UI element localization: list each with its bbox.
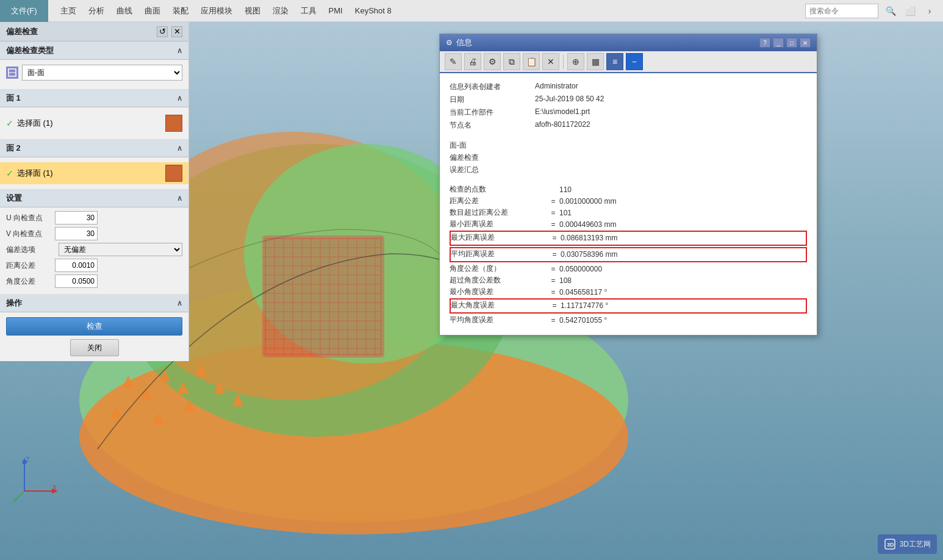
- menu-right: 🔍 ⬜ ›: [805, 4, 943, 18]
- dialog-restore-btn[interactable]: □: [786, 38, 797, 48]
- section-ops-label: 操作: [6, 298, 22, 309]
- date-value: 25-Jul-2019 08 50 42: [535, 95, 604, 105]
- dialog-content: 信息列表创建者 Administrator 日期 25-Jul-2019 08 …: [440, 73, 817, 335]
- menu-keyshot[interactable]: KeyShot 8: [355, 0, 392, 22]
- section-ops-chevron[interactable]: ∧: [177, 299, 182, 307]
- angle-tol-label: 角度公差: [6, 276, 55, 287]
- max-angle-highlighted-row: 最大角度误差 = 1.117174776 °: [450, 298, 807, 314]
- exceed-angle-label: 超过角度公差数: [450, 275, 547, 285]
- face2-icon[interactable]: [165, 165, 182, 182]
- toolbar-settings-btn[interactable]: ⚙: [484, 53, 501, 70]
- min-angle-value: 0.045658117 °: [559, 288, 807, 296]
- deviation-select[interactable]: 无偏差: [59, 243, 182, 256]
- divider2: [450, 177, 807, 184]
- menu-assembly[interactable]: 装配: [173, 0, 188, 22]
- toolbar-grid-btn[interactable]: ▦: [587, 53, 604, 70]
- creator-label: 信息列表创建者: [450, 82, 535, 92]
- type-select-wrapper[interactable]: 面-面: [22, 65, 182, 81]
- section-ops-content: 检查 关闭: [0, 312, 188, 361]
- menu-curve[interactable]: 曲线: [117, 0, 132, 22]
- dialog-help-btn[interactable]: ?: [759, 38, 770, 48]
- min-angle-label: 最小角度误差: [450, 287, 547, 297]
- toolbar-target-btn[interactable]: ⊕: [567, 53, 584, 70]
- face1-selection-row: ✓ 选择面 (1): [6, 112, 182, 134]
- menu-view[interactable]: 视图: [245, 0, 260, 22]
- u-points-input[interactable]: [55, 211, 98, 224]
- exceed-eq: =: [547, 209, 559, 217]
- search-icon[interactable]: 🔍: [883, 4, 898, 18]
- menu-analysis[interactable]: 分析: [88, 0, 104, 22]
- svg-text:Y: Y: [12, 498, 16, 503]
- face1-icon[interactable]: [165, 115, 182, 132]
- toolbar-print-btn[interactable]: 🖨: [464, 53, 481, 70]
- section-face1-label: 面 1: [6, 93, 21, 104]
- maximize-icon[interactable]: ⬜: [903, 4, 917, 18]
- nodename-row: 节点名 afofh-801172022: [450, 120, 807, 131]
- max-dist-eq: =: [548, 234, 561, 242]
- menu-surface[interactable]: 曲面: [145, 0, 160, 22]
- panel-titlebar: 偏差检查 ↺ ✕: [0, 22, 188, 41]
- info-dialog: ⚙ 信息 ? _ □ ✕ ✎ 🖨 ⚙ ⧉ 📋 ✕ ⊕ ▦ ≡ − 信息列表创建者…: [439, 34, 817, 336]
- max-angle-label: 最大角度误差: [451, 300, 548, 311]
- workpart-value: E:\lus\model1.prt: [535, 107, 590, 118]
- menu-render[interactable]: 渲染: [273, 0, 289, 22]
- menu-tools[interactable]: 工具: [301, 0, 317, 22]
- analysis-check-label: 偏差检查: [450, 153, 807, 163]
- arrow-icon[interactable]: ›: [922, 4, 937, 18]
- file-menu[interactable]: 文件(F): [0, 0, 48, 22]
- min-dist-label: 最小距离误差: [450, 219, 547, 229]
- watermark: 3D 3D工艺网: [878, 534, 937, 554]
- coordinate-axis: Z X Y: [12, 454, 61, 505]
- menu-appmodule[interactable]: 应用模块: [201, 0, 232, 22]
- deviation-select-wrap[interactable]: 无偏差: [59, 243, 182, 256]
- dialog-title-text: 信息: [456, 37, 472, 48]
- toolbar-table-btn[interactable]: ≡: [606, 53, 623, 70]
- menu-pmi[interactable]: PMI: [329, 0, 343, 22]
- dialog-titlebar: ⚙ 信息 ? _ □ ✕: [440, 34, 817, 51]
- toolbar-minus-btn[interactable]: −: [626, 53, 643, 70]
- toolbar-copy2-btn[interactable]: 📋: [523, 53, 540, 70]
- type-select[interactable]: 面-面: [22, 65, 182, 81]
- max-angle-row: 最大角度误差 = 1.117174776 °: [451, 300, 806, 311]
- toolbar-edit-btn[interactable]: ✎: [445, 53, 462, 70]
- section-settings-header: 设置 ∧: [0, 189, 188, 207]
- refresh-icon[interactable]: ↺: [157, 26, 168, 37]
- svg-line-47: [15, 491, 24, 500]
- menu-home[interactable]: 主页: [60, 0, 76, 22]
- dialog-close-btn[interactable]: ✕: [800, 38, 811, 48]
- angle-tol-eq: =: [547, 265, 559, 273]
- analysis-type-label: 面-面: [450, 140, 807, 151]
- dialog-minimize-btn[interactable]: _: [773, 38, 784, 48]
- toolbar-copy-btn[interactable]: ⧉: [503, 53, 520, 70]
- dist-tol-input[interactable]: [55, 259, 98, 272]
- type-dropdown-row: 面-面: [6, 65, 182, 81]
- section-face1-header: 面 1 ∧: [0, 89, 188, 107]
- section-face1-chevron[interactable]: ∧: [177, 94, 182, 102]
- creator-row: 信息列表创建者 Administrator: [450, 82, 807, 92]
- avg-dist-row: 平均距离误差 = 0.030758396 mm: [451, 249, 806, 259]
- section-settings-chevron[interactable]: ∧: [177, 194, 182, 203]
- svg-text:3D: 3D: [887, 542, 894, 548]
- section-face2-chevron[interactable]: ∧: [177, 144, 182, 153]
- avg-dist-eq: =: [548, 250, 561, 259]
- date-label: 日期: [450, 95, 535, 105]
- angle-tol-input[interactable]: [55, 275, 98, 288]
- close-button[interactable]: 关闭: [70, 339, 119, 356]
- search-input[interactable]: [805, 4, 878, 18]
- section-type-chevron[interactable]: ∧: [177, 46, 182, 55]
- dialog-toolbar: ✎ 🖨 ⚙ ⧉ 📋 ✕ ⊕ ▦ ≡ −: [440, 51, 817, 73]
- angle-tol-row: 角度公差: [6, 275, 182, 288]
- dist-tol-label: 距离公差: [6, 260, 55, 271]
- toolbar-close-btn[interactable]: ✕: [542, 53, 559, 70]
- avg-dist-value: 0.030758396 mm: [561, 250, 806, 259]
- check-button[interactable]: 检查: [6, 317, 182, 336]
- creator-value: Administrator: [535, 82, 578, 92]
- v-points-input[interactable]: [55, 227, 98, 240]
- panel-title: 偏差检查: [6, 26, 38, 37]
- min-angle-row: 最小角度误差 = 0.045658117 °: [450, 287, 807, 297]
- avg-angle-value: 0.542701055 °: [559, 316, 807, 325]
- workpart-label: 当前工作部件: [450, 107, 535, 118]
- dist-tol-label2: 距离公差: [450, 196, 547, 206]
- close-panel-icon[interactable]: ✕: [171, 26, 182, 37]
- svg-text:Z: Z: [26, 456, 29, 463]
